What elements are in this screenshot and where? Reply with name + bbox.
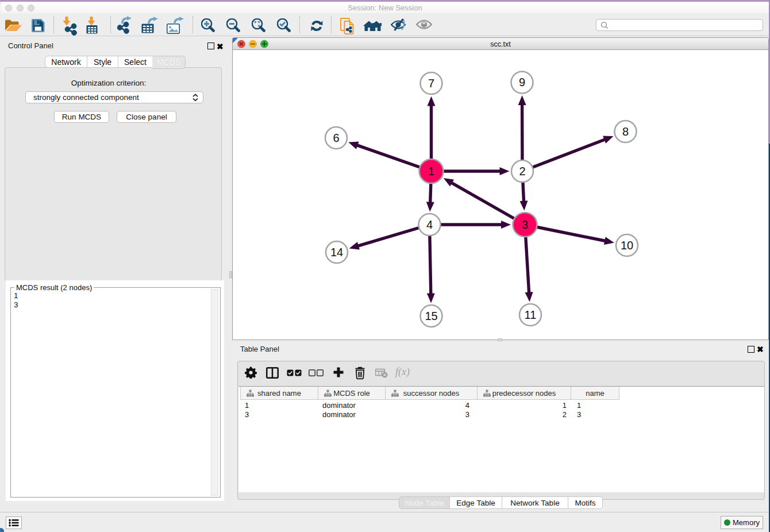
svg-text:8: 8 <box>622 125 629 138</box>
svg-text:7: 7 <box>428 77 434 90</box>
svg-text:4: 4 <box>426 218 433 231</box>
svg-text:3: 3 <box>522 218 528 231</box>
svg-text:15: 15 <box>425 310 437 322</box>
svg-text:6: 6 <box>333 132 339 144</box>
svg-text:10: 10 <box>621 239 633 252</box>
svg-text:11: 11 <box>525 309 537 321</box>
svg-text:9: 9 <box>519 76 525 88</box>
svg-text:14: 14 <box>330 246 343 259</box>
svg-text:2: 2 <box>519 165 525 178</box>
svg-text:1: 1 <box>428 165 434 178</box>
